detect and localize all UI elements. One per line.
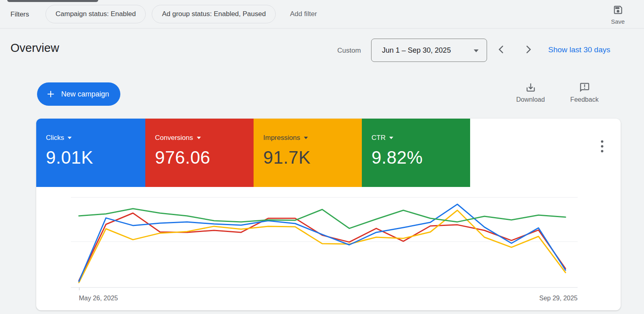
filter-chip-campaign-status[interactable]: Campaign status: Enabled [45, 5, 146, 23]
download-button[interactable]: Download [510, 82, 551, 103]
new-campaign-button[interactable]: New campaign [37, 82, 120, 106]
overview-card: Clicks 9.01K Conversions 976.06 Impressi… [36, 119, 621, 310]
ctr-line [79, 209, 566, 228]
caret-down-icon [389, 137, 393, 139]
feedback-button[interactable]: Feedback [564, 82, 605, 103]
download-icon [525, 87, 536, 94]
impressions-line [79, 210, 566, 283]
metric-value: 9.82% [372, 148, 470, 168]
metric-label: Impressions [263, 134, 300, 142]
page-title: Overview [10, 41, 59, 55]
filter-chip-row: Campaign status: Enabled Ad group status… [45, 5, 317, 23]
metric-value: 976.06 [155, 148, 254, 168]
conversions-line [79, 213, 566, 281]
filter-bar: Filters Campaign status: Enabled Ad grou… [0, 0, 644, 29]
metric-card-conversions: Conversions 976.06 [145, 119, 254, 187]
add-filter-button[interactable]: Add filter [290, 10, 317, 18]
caret-down-icon [68, 137, 72, 139]
metric-card-clicks: Clicks 9.01K [36, 119, 145, 187]
metric-label: Conversions [155, 134, 193, 142]
chevron-left-icon [495, 43, 507, 57]
filters-label: Filters [10, 10, 29, 18]
metric-value: 91.7K [263, 148, 362, 168]
date-range-picker[interactable]: Jun 1 – Sep 30, 2025 [371, 39, 487, 62]
x-axis-start-label: May 26, 2025 [79, 295, 118, 302]
metric-dropdown-clicks[interactable]: Clicks [46, 134, 72, 142]
x-axis-end-label: Sep 29, 2025 [539, 295, 578, 302]
date-range-value: Jun 1 – Sep 30, 2025 [372, 46, 451, 55]
metric-card-ctr: CTR 9.82% [362, 119, 470, 187]
save-icon [613, 10, 623, 16]
download-label: Download [510, 96, 551, 103]
feedback-icon [579, 87, 590, 94]
metric-card-strip: Clicks 9.01K Conversions 976.06 Impressi… [36, 119, 470, 187]
feedback-label: Feedback [564, 96, 605, 103]
metric-label: CTR [372, 134, 386, 142]
plus-icon [46, 89, 56, 99]
metric-dropdown-conversions[interactable]: Conversions [155, 134, 201, 142]
scrolled-content-remnant [7, 0, 98, 2]
metric-card-impressions: Impressions 91.7K [254, 119, 362, 187]
new-campaign-label: New campaign [61, 90, 109, 99]
show-last-30-days-link[interactable]: Show last 30 days [548, 45, 610, 54]
chevron-right-icon [522, 43, 535, 57]
google-ads-overview-page: Filters Campaign status: Enabled Ad grou… [0, 0, 644, 314]
card-menu-button[interactable] [599, 138, 606, 155]
metric-dropdown-impressions[interactable]: Impressions [263, 134, 308, 142]
clicks-line [79, 204, 566, 281]
caret-down-icon [474, 49, 479, 52]
save-button[interactable]: Save [604, 4, 632, 25]
filter-chip-ad-group-status[interactable]: Ad group status: Enabled, Paused [152, 5, 276, 23]
caret-down-icon [304, 137, 308, 139]
save-label: Save [604, 18, 632, 25]
three-dots-icon [601, 140, 603, 143]
caret-down-icon [197, 137, 201, 139]
metric-value: 9.01K [46, 148, 145, 168]
previous-period-button[interactable] [494, 43, 508, 57]
date-mode-label: Custom [337, 47, 361, 55]
metric-label: Clicks [46, 134, 64, 142]
metric-dropdown-ctr[interactable]: CTR [372, 134, 393, 142]
next-period-button[interactable] [522, 43, 535, 57]
